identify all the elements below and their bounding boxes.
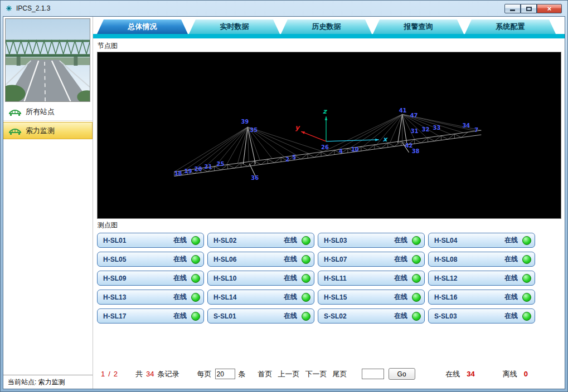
sensor-status: 在线 [394, 273, 407, 283]
sensor-id: H-SL05 [103, 256, 173, 263]
sensor-card-H-SL14[interactable]: H-SL14在线 [207, 290, 314, 305]
tab-1[interactable]: 实时数据 [189, 19, 280, 34]
section-label-point-diagram: 测点图 [98, 220, 565, 230]
sensor-status: 在线 [394, 311, 407, 321]
sensor-card-H-SL02[interactable]: H-SL02在线 [207, 233, 314, 248]
first-page-link[interactable]: 首页 [258, 369, 273, 379]
sensor-id: H-SL04 [434, 237, 504, 244]
current-station-text: 当前站点: 索力监测 [8, 378, 65, 387]
sensor-card-H-SL12[interactable]: H-SL12在线 [428, 271, 535, 286]
sensor-status: 在线 [173, 236, 187, 245]
next-page-link[interactable]: 下一页 [305, 369, 327, 379]
menu-label: 索力监测 [26, 126, 55, 136]
online-label: 在线 [445, 369, 460, 379]
svg-text:41: 41 [399, 107, 407, 114]
go-button[interactable]: Go [389, 368, 415, 380]
sensor-status: 在线 [504, 254, 518, 264]
sensor-card-H-SL10[interactable]: H-SL10在线 [207, 271, 314, 286]
sensor-status: 在线 [284, 292, 297, 302]
online-indicator-icon [412, 255, 421, 264]
online-indicator-icon [191, 293, 200, 302]
sensor-card-H-SL04[interactable]: H-SL04在线 [428, 233, 535, 248]
sensor-card-H-SL15[interactable]: H-SL15在线 [318, 290, 425, 305]
sensor-card-S-SL02[interactable]: S-SL02在线 [318, 308, 425, 324]
sensor-status: 在线 [173, 254, 187, 264]
svg-text:x: x [383, 135, 389, 143]
last-page-link[interactable]: 尾页 [333, 369, 347, 379]
page-jump-input[interactable] [362, 369, 384, 379]
title-bar: IPCS_2.1.3 [1, 1, 567, 16]
sensor-status: 在线 [394, 236, 407, 245]
svg-text:34: 34 [462, 122, 470, 129]
current-page: 1 [101, 370, 105, 378]
svg-text:19: 19 [185, 168, 192, 174]
sensor-card-H-SL03[interactable]: H-SL03在线 [318, 233, 425, 248]
sensor-card-H-SL13[interactable]: H-SL13在线 [97, 290, 204, 305]
sensor-id: H-SL12 [434, 275, 504, 282]
online-indicator-icon [412, 293, 421, 302]
maximize-button[interactable] [521, 4, 537, 13]
sensor-status: 在线 [504, 273, 518, 283]
sensor-id: H-SL14 [213, 293, 284, 301]
svg-text:38: 38 [412, 148, 420, 154]
main-area: 总体情况实时数据历史数据报警查询系统配置 节点图 zyx393536181920… [93, 17, 565, 389]
sidebar-item-cable-monitoring[interactable]: 索力监测 [3, 122, 93, 139]
tab-2[interactable]: 历史数据 [281, 19, 372, 34]
window-controls: × [504, 4, 562, 13]
svg-text:z: z [323, 107, 328, 115]
close-icon: × [547, 4, 552, 13]
sensor-card-H-SL05[interactable]: H-SL05在线 [97, 252, 204, 267]
sensor-id: H-SL15 [324, 293, 394, 301]
svg-text:36: 36 [251, 175, 259, 181]
sensor-card-H-SL17[interactable]: H-SL17在线 [97, 308, 204, 324]
tab-0[interactable]: 总体情况 [97, 19, 188, 34]
sensor-id: S-SL01 [213, 312, 284, 320]
per-page-input[interactable] [215, 369, 235, 379]
online-indicator-icon [302, 312, 310, 321]
app-window: IPCS_2.1.3 × [0, 0, 568, 392]
bridge-icon [9, 108, 21, 116]
tab-bar: 总体情况实时数据历史数据报警查询系统配置 [97, 19, 565, 34]
sensor-card-H-SL16[interactable]: H-SL16在线 [428, 290, 535, 305]
svg-text:21: 21 [205, 164, 212, 170]
sensor-id: S-SL03 [434, 312, 504, 320]
sensor-id: H-SL11 [324, 275, 394, 282]
menu-label: 所有站点 [26, 107, 55, 117]
sensor-status: 在线 [284, 311, 297, 321]
svg-text:35: 35 [250, 127, 258, 133]
sidebar: 所有站点 索力监测 当前站点: 索力监测 [3, 17, 93, 389]
online-indicator-icon [522, 312, 531, 321]
offline-label: 离线 [503, 369, 517, 379]
sensor-status: 在线 [284, 254, 297, 264]
sensor-id: H-SL17 [103, 312, 173, 320]
minimize-button[interactable] [504, 4, 521, 13]
tab-3[interactable]: 报警查询 [373, 19, 464, 34]
prev-page-link[interactable]: 上一页 [278, 369, 300, 379]
offline-count: 0 [524, 370, 528, 378]
current-station-status: 当前站点: 索力监测 [3, 375, 93, 389]
online-indicator-icon [191, 255, 200, 264]
pagination-bar: 1 / 2 共 34 条记录 每页 条 首页 上一页 下一页 尾页 Go 在线 … [101, 368, 565, 380]
online-indicator-icon [302, 255, 310, 264]
sidebar-item-all-stations[interactable]: 所有站点 [3, 104, 93, 121]
sensor-card-H-SL09[interactable]: H-SL09在线 [97, 271, 204, 286]
online-count: 34 [467, 370, 474, 378]
records-suffix: 条记录 [158, 369, 179, 379]
sensor-card-H-SL08[interactable]: H-SL08在线 [428, 252, 535, 267]
sensor-card-H-SL06[interactable]: H-SL06在线 [207, 252, 314, 267]
sensor-card-S-SL03[interactable]: S-SL03在线 [428, 308, 535, 324]
svg-text:32: 32 [422, 126, 430, 133]
close-button[interactable]: × [537, 4, 562, 13]
tab-4[interactable]: 系统配置 [465, 19, 556, 34]
sensor-card-S-SL01[interactable]: S-SL01在线 [207, 308, 314, 324]
bridge-wireframe-view[interactable]: zyx3935361819202125252641041473132333474… [97, 52, 561, 219]
sensor-card-H-SL07[interactable]: H-SL07在线 [318, 252, 425, 267]
svg-text:7: 7 [474, 127, 478, 133]
sensor-status: 在线 [394, 254, 407, 264]
client-area: 所有站点 索力监测 当前站点: 索力监测 总体情况实时数据历史数据报警 [3, 16, 565, 389]
sensor-card-H-SL11[interactable]: H-SL11在线 [318, 271, 425, 286]
sensor-card-H-SL01[interactable]: H-SL01在线 [97, 233, 204, 248]
sensor-id: H-SL09 [103, 275, 173, 282]
per-page-prefix: 每页 [197, 369, 212, 379]
sensor-id: H-SL10 [213, 275, 284, 282]
